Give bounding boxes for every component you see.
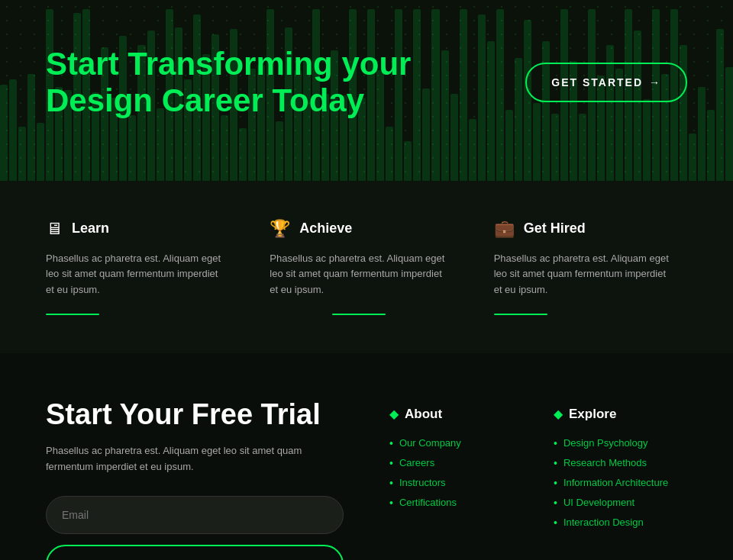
- feature-learn-title: Learn: [72, 220, 109, 237]
- interaction-design-link[interactable]: Interaction Design: [563, 517, 644, 528]
- email-input[interactable]: [46, 496, 344, 534]
- certifications-link[interactable]: Certifications: [399, 497, 457, 508]
- feature-hired-text: Phasellus ac pharetra est. Aliquam eget …: [494, 251, 672, 298]
- design-psychology-link[interactable]: Design Psychology: [563, 437, 648, 449]
- list-item: UI Development: [554, 497, 687, 509]
- explore-links: Design Psychology Research Methods Infor…: [554, 437, 687, 529]
- cta-section: Start Your Free Trial Phasellus ac phare…: [0, 353, 733, 560]
- list-item: Our Company: [389, 437, 523, 449]
- footer-links-panel: ◆ About Our Company Careers Instructors …: [389, 399, 687, 529]
- feature-learn-divider: [46, 314, 99, 315]
- hero-title: Start Transforming your Design Career To…: [46, 46, 411, 120]
- diamond-icon-explore: ◆: [554, 407, 563, 421]
- feature-hired-title: Get Hired: [524, 220, 586, 237]
- features-section: 🖥 Learn Phasellus ac pharetra est. Aliqu…: [0, 181, 733, 353]
- diamond-icon-about: ◆: [389, 407, 399, 421]
- about-links: Our Company Careers Instructors Certific…: [389, 437, 523, 509]
- feature-learn-text: Phasellus ac pharetra est. Aliquam eget …: [46, 251, 224, 298]
- cta-title: Start Your Free Trial: [46, 399, 344, 431]
- instructors-link[interactable]: Instructors: [399, 477, 446, 488]
- feature-achieve-divider: [332, 314, 386, 315]
- list-item: Design Psychology: [554, 437, 687, 449]
- feature-achieve-text: Phasellus ac pharetra est. Aliquam eget …: [270, 251, 447, 298]
- briefcase-icon: 💼: [494, 219, 515, 239]
- explore-column: ◆ Explore Design Psychology Research Met…: [554, 407, 687, 529]
- feature-card-hired: 💼 Get Hired Phasellus ac pharetra est. A…: [494, 219, 687, 315]
- feature-card-achieve: 🏆 Achieve Phasellus ac pharetra est. Ali…: [270, 219, 463, 315]
- ui-development-link[interactable]: UI Development: [563, 497, 635, 508]
- subscribe-button[interactable]: SUBSCRIBE →: [46, 545, 344, 560]
- about-column: ◆ About Our Company Careers Instructors …: [389, 407, 523, 529]
- feature-card-learn: 🖥 Learn Phasellus ac pharetra est. Aliqu…: [46, 219, 239, 315]
- monitor-icon: 🖥: [46, 219, 63, 239]
- get-started-button[interactable]: GET STARTED →: [525, 63, 687, 102]
- our-company-link[interactable]: Our Company: [399, 437, 461, 449]
- feature-achieve-title: Achieve: [299, 220, 352, 237]
- list-item: Certifications: [389, 497, 523, 509]
- list-item: Careers: [389, 457, 523, 469]
- hero-section: Start Transforming your Design Career To…: [0, 0, 733, 181]
- explore-title: Explore: [569, 407, 616, 422]
- list-item: Instructors: [389, 477, 523, 489]
- trophy-icon: 🏆: [270, 219, 290, 239]
- list-item: Interaction Design: [554, 517, 687, 529]
- careers-link[interactable]: Careers: [399, 457, 434, 468]
- list-item: Information Architecture: [554, 477, 687, 489]
- cta-description: Phasellus ac pharetra est. Aliquam eget …: [46, 443, 344, 475]
- research-methods-link[interactable]: Research Methods: [563, 457, 647, 468]
- information-architecture-link[interactable]: Information Architecture: [563, 477, 668, 488]
- cta-left-panel: Start Your Free Trial Phasellus ac phare…: [46, 399, 344, 560]
- list-item: Research Methods: [554, 457, 687, 469]
- about-title: About: [405, 407, 442, 422]
- feature-hired-divider: [494, 314, 547, 315]
